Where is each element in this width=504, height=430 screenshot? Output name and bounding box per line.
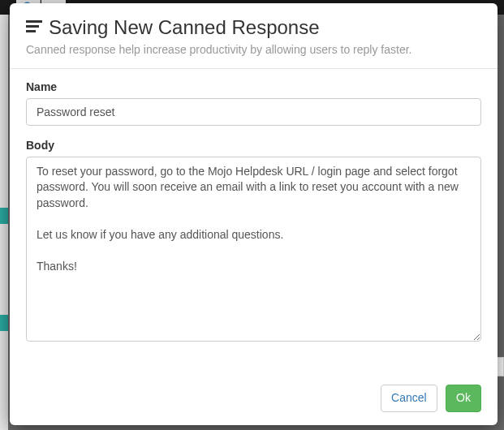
- canned-response-modal: Saving New Canned Response Canned respon…: [10, 3, 498, 425]
- modal-title-text: Saving New Canned Response: [49, 16, 320, 40]
- list-icon: [26, 20, 42, 35]
- modal-subtitle: Canned response help increase productivi…: [26, 43, 481, 56]
- body-label: Body: [26, 139, 481, 152]
- sidebar-accent: [0, 208, 8, 224]
- modal-title: Saving New Canned Response: [26, 16, 481, 40]
- body-textarea[interactable]: [26, 157, 481, 342]
- name-label: Name: [26, 80, 481, 93]
- modal-footer: Cancel Ok: [10, 373, 498, 425]
- cancel-button[interactable]: Cancel: [381, 385, 437, 412]
- ok-button[interactable]: Ok: [446, 385, 481, 412]
- sidebar-accent: [0, 315, 8, 331]
- background-sidebar: [0, 15, 8, 430]
- modal-header: Saving New Canned Response Canned respon…: [10, 3, 498, 69]
- name-input[interactable]: [26, 98, 481, 126]
- modal-body: Name Body: [10, 69, 498, 374]
